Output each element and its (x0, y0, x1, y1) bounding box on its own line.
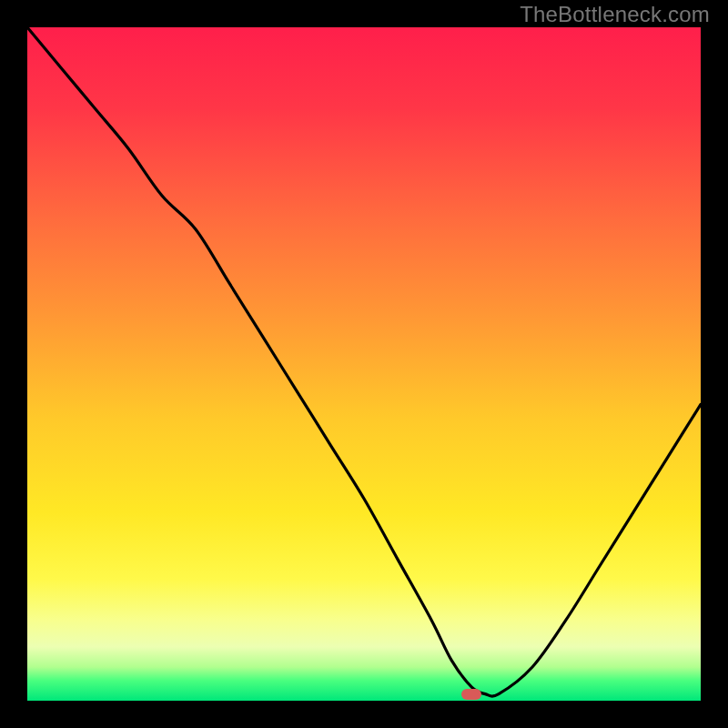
watermark-text: TheBottleneck.com (520, 2, 710, 27)
plot-area (27, 27, 701, 701)
optimal-marker (461, 689, 481, 700)
curve-path (27, 27, 701, 696)
chart-frame: TheBottleneck.com (0, 0, 728, 728)
curve-svg (27, 27, 701, 701)
